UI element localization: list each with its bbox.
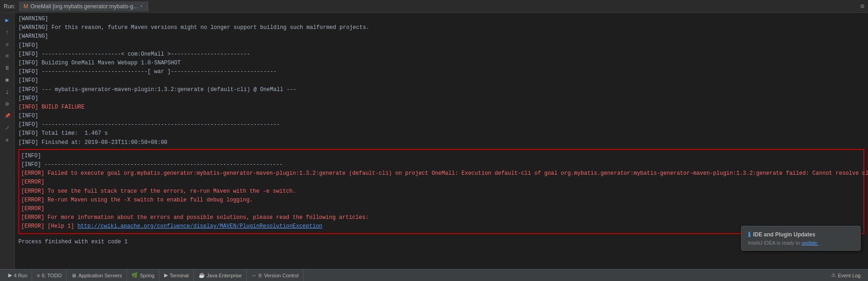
- notification-body: IntelliJ IDEA is ready to update.: [748, 240, 854, 246]
- spring-label: Spring: [140, 273, 154, 278]
- version-control-label: 9: Version Control: [258, 273, 298, 278]
- console-line-error: [ERROR] For more information about the e…: [21, 213, 862, 222]
- notification-title: ℹ IDE and Plugin Updates: [748, 231, 854, 238]
- version-control-icon: ↔: [251, 273, 257, 278]
- maven-icon: M: [23, 3, 28, 10]
- todo-label: 6: TODO: [42, 273, 62, 278]
- console-line: [INFO]: [18, 112, 864, 120]
- console-area[interactable]: [WARNING] [WARNING] For this reason, fut…: [15, 13, 868, 269]
- console-line: [INFO] --- mybatis-generator-maven-plugi…: [18, 86, 864, 94]
- version-control-status-item[interactable]: ↔ 9: Version Control: [247, 270, 303, 281]
- console-line: [WARNING] For this reason, future Maven …: [18, 23, 864, 32]
- terminal-label: Terminal: [170, 273, 189, 278]
- java-enterprise-status-item[interactable]: ☕ Java Enterprise: [194, 270, 247, 281]
- tab-title: OneMall [org.mybatis.generator:mybatis-g…: [30, 3, 137, 10]
- console-line: [INFO] ---------------------------------…: [21, 161, 862, 169]
- sidebar: ▶ ↑ ↺ ≡ ⏸ ■ ⤓ ⚙ 📌 ⤢ ⊕: [0, 13, 15, 269]
- spring-status-item[interactable]: 🌿 Spring: [127, 270, 160, 281]
- event-log-label: Event Log: [838, 273, 861, 278]
- tab-close-button[interactable]: ×: [140, 4, 143, 9]
- status-bar: ▶ 4 Run ≡ 6: TODO 🖥 Application Servers …: [0, 269, 868, 281]
- console-line: [WARNING]: [18, 32, 864, 41]
- console-line: [INFO] ------------------------< com:One…: [18, 50, 864, 59]
- console-line-error: [ERROR] Failed to execute goal org.mybat…: [21, 169, 862, 178]
- run-status-label: 4 Run: [14, 273, 27, 278]
- console-line: [INFO] --------------------------------[…: [18, 68, 864, 76]
- console-footer: Process finished with exit code 1: [18, 238, 864, 247]
- list-icon[interactable]: ≡: [2, 51, 13, 62]
- main-area: ▶ ↑ ↺ ≡ ⏸ ■ ⤓ ⚙ 📌 ⤢ ⊕ [WARNING] [WARNING…: [0, 13, 868, 269]
- error-box: [INFO] [INFO] --------------------------…: [18, 149, 864, 234]
- run-label: Run:: [4, 3, 15, 10]
- settings-icon[interactable]: ⚙: [2, 98, 13, 109]
- pointer-icon[interactable]: ⊕: [2, 134, 13, 145]
- tab-item[interactable]: M OneMall [org.mybatis.generator:mybatis…: [19, 1, 148, 11]
- expand-icon[interactable]: ⤢: [2, 122, 13, 133]
- todo-status-item[interactable]: ≡ 6: TODO: [32, 270, 67, 281]
- pin-icon[interactable]: 📌: [2, 110, 13, 121]
- play-icon[interactable]: ▶: [2, 15, 13, 26]
- console-line-error: [ERROR]: [21, 205, 862, 213]
- run-status-item[interactable]: ▶ 4 Run: [4, 270, 32, 281]
- up-icon[interactable]: ↑: [2, 27, 13, 38]
- todo-icon: ≡: [37, 273, 40, 278]
- notification-popup: ℹ IDE and Plugin Updates IntelliJ IDEA i…: [741, 226, 861, 251]
- console-line: [INFO]: [18, 76, 864, 85]
- console-line-error: [ERROR] Re-run Maven using the -X switch…: [21, 196, 862, 205]
- java-enterprise-label: Java Enterprise: [207, 273, 242, 278]
- tab-bar: Run: M OneMall [org.mybatis.generator:my…: [0, 0, 868, 13]
- update-link[interactable]: update.: [801, 240, 818, 246]
- java-enterprise-icon: ☕: [199, 272, 205, 278]
- console-line-error: [ERROR] To see the full stack trace of t…: [21, 187, 862, 196]
- event-log-item[interactable]: ⚠ Event Log: [828, 272, 864, 278]
- console-line-error: [ERROR]: [21, 178, 862, 187]
- terminal-status-item[interactable]: ▶ Terminal: [160, 270, 194, 281]
- console-line: [INFO]: [21, 152, 862, 161]
- console-line-error-link: [ERROR] [Help 1] http://cwiki.apache.org…: [21, 222, 862, 231]
- rerun-icon[interactable]: ↺: [2, 39, 13, 50]
- console-line: [WARNING]: [18, 15, 864, 23]
- run-status-icon: ▶: [8, 272, 12, 278]
- dump-icon[interactable]: ⤓: [2, 86, 13, 97]
- pause-icon[interactable]: ⏸: [2, 63, 13, 74]
- stop-icon[interactable]: ■: [2, 75, 13, 86]
- help-link[interactable]: http://cwiki.apache.org/confluence/displ…: [77, 223, 322, 229]
- console-line: [INFO] Building OneMall Maven Webapp 1.0…: [18, 59, 864, 68]
- console-line: [INFO]: [18, 94, 864, 103]
- info-icon: ℹ: [748, 231, 750, 238]
- top-settings-icon[interactable]: ⚙: [861, 2, 868, 10]
- console-line: [INFO] ---------------------------------…: [18, 120, 864, 129]
- app-servers-status-item[interactable]: 🖥 Application Servers: [67, 270, 127, 281]
- console-line: [INFO]: [18, 41, 864, 50]
- console-line: [INFO] Finished at: 2019-08-23T11:00:50+…: [18, 138, 864, 147]
- console-line: [INFO] Total time: 1.467 s: [18, 129, 864, 138]
- spring-icon: 🌿: [131, 272, 138, 278]
- console-line-build-failure: [INFO] BUILD FAILURE: [18, 103, 864, 112]
- app-servers-label: Application Servers: [78, 273, 122, 278]
- terminal-icon: ▶: [164, 272, 168, 278]
- event-log-icon: ⚠: [831, 272, 836, 278]
- app-servers-icon: 🖥: [71, 273, 76, 278]
